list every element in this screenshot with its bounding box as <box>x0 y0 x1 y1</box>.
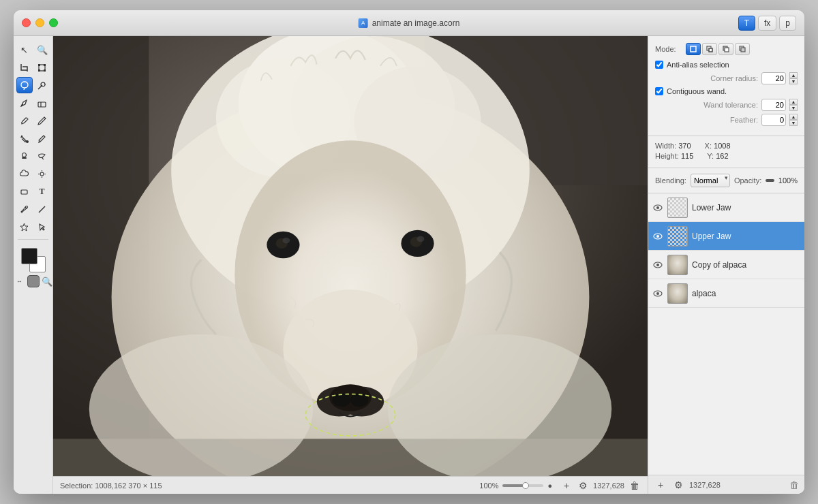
app-window: A animate an image.acorn T fx p ↖ 🔍 <box>14 10 804 494</box>
swap-colors-tool[interactable]: ↔ <box>14 275 26 287</box>
magic-wand-tool[interactable] <box>34 77 50 93</box>
svg-point-24 <box>26 206 28 208</box>
svg-line-25 <box>39 206 45 212</box>
transform-tool[interactable] <box>34 59 50 76</box>
layer-item-lower-jaw[interactable]: Lower Jaw <box>648 193 804 222</box>
stamp-tool[interactable] <box>16 148 33 164</box>
layer-thumb-upper-jaw <box>667 226 688 247</box>
mode-add-button[interactable] <box>702 43 717 55</box>
opacity-slider[interactable] <box>766 179 774 182</box>
settings-action-button[interactable]: ⚙ <box>577 479 589 492</box>
fill-tool[interactable] <box>16 130 33 146</box>
svg-rect-3 <box>38 69 40 72</box>
layer-item-alpaca[interactable]: alpaca <box>648 279 804 308</box>
add-layer-panel-button[interactable]: + <box>654 478 667 492</box>
layer-eye-lower-jaw[interactable] <box>652 202 663 213</box>
mode-replace-button[interactable] <box>686 43 701 55</box>
wand-tolerance-input[interactable] <box>761 99 786 111</box>
pencil-tool[interactable] <box>34 112 50 129</box>
svg-rect-2 <box>44 64 46 66</box>
wand-tolerance-up[interactable]: ▲ <box>789 99 798 105</box>
svg-point-48 <box>416 236 424 242</box>
title-bar: A animate an image.acorn T fx p <box>14 10 804 36</box>
tool-row-5 <box>14 112 52 129</box>
tool-row-2 <box>14 59 52 76</box>
blending-label: Blending: <box>655 176 686 185</box>
cloud-tool[interactable] <box>16 166 33 182</box>
text-tool[interactable]: T <box>34 183 50 200</box>
wand-tolerance-row: Wand tolerance: ▲ ▼ <box>655 99 798 111</box>
pen-tool[interactable] <box>16 95 33 111</box>
anti-alias-checkbox[interactable] <box>655 61 663 69</box>
text-tool-button[interactable]: T <box>738 16 755 31</box>
right-panel: Mode: <box>648 36 804 494</box>
zoom-slider[interactable] <box>502 484 543 487</box>
maximize-button[interactable] <box>49 18 58 27</box>
line-tool[interactable] <box>34 201 50 217</box>
pen2-tool[interactable] <box>16 201 33 217</box>
eyedropper-tool[interactable] <box>34 130 50 146</box>
selection-options: Mode: <box>648 36 804 136</box>
traffic-lights <box>22 18 58 27</box>
feather-down[interactable]: ▼ <box>789 120 798 126</box>
tool-row-8 <box>14 166 52 182</box>
feather-row: Feather: ▲ ▼ <box>655 114 798 126</box>
mode-intersect-button[interactable] <box>735 43 750 55</box>
main-content: ↖ 🔍 <box>14 36 804 494</box>
tool-row-11 <box>14 219 52 235</box>
eraser-tool[interactable] <box>34 95 50 111</box>
panel-toolbar-right: T fx p <box>738 16 796 31</box>
layer-eye-alpaca[interactable] <box>652 288 663 299</box>
alpaca-svg <box>53 36 648 476</box>
zoom-slider-thumb[interactable] <box>522 482 529 489</box>
svg-rect-16 <box>22 157 27 159</box>
magnify-tool[interactable]: 🔍 <box>34 42 50 58</box>
layer-eye-upper-jaw[interactable] <box>652 231 663 242</box>
close-button[interactable] <box>22 18 31 27</box>
corner-radius-input[interactable] <box>761 72 786 84</box>
arrow-tool[interactable]: ↖ <box>16 42 33 58</box>
feather-up[interactable]: ▲ <box>789 114 798 120</box>
mode-buttons <box>686 43 750 55</box>
smudge-tool[interactable] <box>34 148 50 164</box>
delete-layer-button[interactable]: 🗑 <box>789 479 799 490</box>
svg-point-67 <box>656 292 659 295</box>
anti-alias-label: Anti-alias selection <box>667 61 729 69</box>
crop-tool[interactable] <box>16 59 33 76</box>
status-actions: + ⚙ 1327,628 🗑 <box>560 479 641 492</box>
sun-tool[interactable] <box>34 166 50 182</box>
brush-tool[interactable] <box>16 112 33 129</box>
add-layer-button[interactable]: + <box>560 479 573 492</box>
svg-point-63 <box>656 235 659 238</box>
feather-input[interactable] <box>761 114 786 126</box>
minimize-button[interactable] <box>35 18 44 27</box>
layer-name-copy-alpaca: Copy of alpaca <box>692 260 800 270</box>
p-button[interactable]: p <box>779 16 796 31</box>
layer-item-upper-jaw[interactable]: Upper Jaw <box>648 222 804 251</box>
layer-item-copy-alpaca[interactable]: Copy of alpaca <box>648 251 804 279</box>
pointer2-tool[interactable] <box>34 219 50 235</box>
foreground-color-swatch[interactable] <box>21 248 37 264</box>
corner-radius-down[interactable]: ▼ <box>789 78 798 84</box>
left-toolbar: ↖ 🔍 <box>14 36 53 494</box>
layer-eye-copy-alpaca[interactable] <box>652 259 663 270</box>
zoom-tool-small[interactable]: 🔍 <box>41 275 53 287</box>
mode-subtract-button[interactable] <box>718 43 733 55</box>
contiguous-checkbox[interactable] <box>655 87 663 95</box>
wand-tolerance-down[interactable]: ▼ <box>789 105 798 111</box>
trash-action-button[interactable]: 🗑 <box>628 479 641 492</box>
star-tool[interactable] <box>16 219 33 235</box>
wand-tolerance-label: Wand tolerance: <box>703 101 758 109</box>
layer-thumb-lower-jaw <box>667 198 688 218</box>
lasso-tool[interactable] <box>16 77 33 93</box>
gray-swatch[interactable] <box>27 275 40 287</box>
color-swatch-area: ↔ 🔍 <box>14 244 52 292</box>
blending-mode-select[interactable]: Normal Multiply Screen Overlay <box>691 174 730 187</box>
fx-button[interactable]: fx <box>758 16 776 31</box>
zoom-max-icon: ● <box>547 482 552 490</box>
rect-tool[interactable] <box>16 183 33 200</box>
tool-row-3 <box>14 77 52 93</box>
settings-panel-button[interactable]: ⚙ <box>671 478 685 492</box>
layer-name-alpaca: alpaca <box>692 289 800 298</box>
corner-radius-up[interactable]: ▲ <box>789 72 798 78</box>
